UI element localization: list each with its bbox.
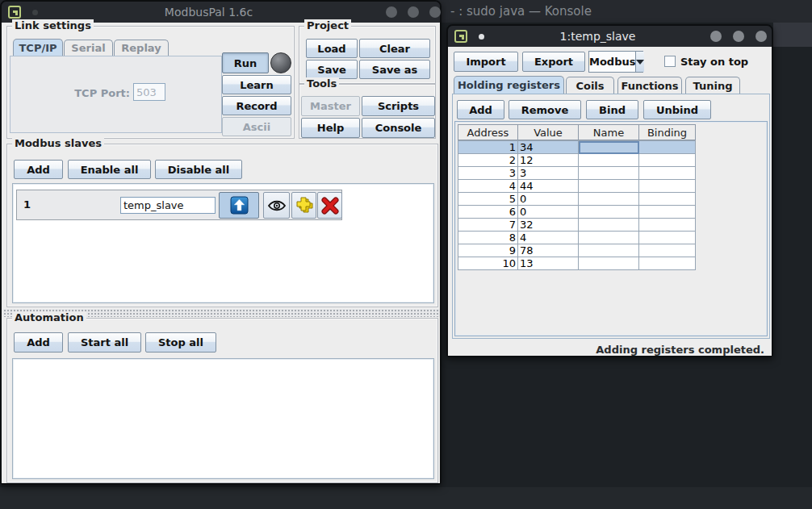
unbind-button[interactable]: Unbind — [643, 100, 711, 119]
register-remove-button[interactable]: Remove — [509, 100, 581, 119]
cell-addr[interactable]: 3 — [458, 167, 518, 180]
scripts-button[interactable]: Scripts — [362, 96, 435, 116]
slave-titlebar[interactable]: 1:temp_slave — [448, 26, 772, 47]
table-row[interactable]: 33 — [458, 167, 696, 180]
cell-name[interactable] — [579, 180, 639, 193]
close-button[interactable] — [755, 31, 767, 42]
slave-name-input[interactable] — [120, 197, 216, 214]
table-row[interactable]: 212 — [458, 154, 696, 167]
header-address[interactable]: Address — [458, 124, 518, 140]
cell-name[interactable] — [579, 257, 639, 270]
cell-bind[interactable] — [639, 154, 696, 167]
cell-val[interactable]: 44 — [518, 180, 579, 193]
cell-addr[interactable]: 2 — [458, 154, 518, 167]
close-button[interactable] — [429, 6, 441, 18]
master-button[interactable]: Master — [301, 96, 360, 116]
tab-tuning[interactable]: Tuning — [685, 77, 740, 94]
stay-on-top-checkbox[interactable] — [664, 56, 676, 67]
cell-addr[interactable]: 1 — [458, 141, 518, 154]
ascii-button[interactable]: Ascii — [222, 117, 291, 136]
save-as-button[interactable]: Save as — [359, 60, 430, 79]
cell-bind[interactable] — [639, 257, 696, 270]
cell-val[interactable]: 78 — [518, 244, 579, 257]
cell-name[interactable] — [579, 167, 639, 180]
enable-all-button[interactable]: Enable all — [68, 160, 151, 179]
table-row[interactable]: 134 — [458, 141, 696, 154]
load-button[interactable]: Load — [306, 39, 358, 58]
cell-val[interactable]: 3 — [518, 167, 579, 180]
tab-replay[interactable]: Replay — [114, 40, 169, 56]
table-row[interactable]: 50 — [458, 193, 696, 206]
cell-bind[interactable] — [639, 167, 696, 180]
cell-addr[interactable]: 10 — [458, 257, 518, 270]
tab-holding-registers[interactable]: Holding registers — [454, 76, 564, 94]
cell-bind[interactable] — [639, 206, 696, 219]
cell-name[interactable] — [579, 244, 639, 257]
record-button[interactable]: Record — [222, 96, 291, 115]
slave-row[interactable]: 1 — [16, 190, 342, 220]
stop-all-button[interactable]: Stop all — [145, 332, 216, 353]
cell-addr[interactable]: 5 — [458, 193, 518, 206]
table-row[interactable]: 60 — [458, 206, 696, 219]
tab-serial[interactable]: Serial — [64, 40, 113, 56]
cell-bind[interactable] — [639, 141, 696, 154]
cell-val[interactable]: 12 — [518, 154, 579, 167]
automation-add-button[interactable]: Add — [14, 332, 63, 353]
table-row[interactable]: 732 — [458, 219, 696, 232]
table-row[interactable]: 1013 — [458, 257, 696, 270]
tcp-port-input[interactable] — [133, 83, 165, 101]
slave-add-button[interactable]: Add — [14, 160, 63, 179]
cell-addr[interactable]: 7 — [458, 219, 518, 232]
cell-addr[interactable]: 9 — [458, 244, 518, 257]
cell-val[interactable]: 0 — [518, 206, 579, 219]
combobox-arrow-button[interactable] — [635, 52, 644, 72]
minimize-button[interactable] — [386, 6, 397, 18]
table-row[interactable]: 84 — [458, 232, 696, 244]
learn-button[interactable]: Learn — [222, 75, 291, 94]
cell-name[interactable] — [579, 154, 639, 167]
mode-combobox[interactable]: Modbus — [588, 51, 643, 73]
cell-bind[interactable] — [639, 219, 696, 232]
table-row[interactable]: 444 — [458, 180, 696, 193]
console-button[interactable]: Console — [362, 118, 435, 138]
import-button[interactable]: Import — [454, 52, 518, 72]
tab-tcpip[interactable]: TCP/IP — [13, 39, 63, 56]
maximize-button[interactable] — [733, 31, 744, 42]
cell-bind[interactable] — [639, 193, 696, 206]
slave-enabled-toggle[interactable] — [219, 192, 259, 219]
slave-duplicate-button[interactable] — [291, 192, 316, 219]
cell-addr[interactable]: 4 — [458, 180, 518, 193]
cell-bind[interactable] — [639, 232, 696, 244]
save-button[interactable]: Save — [306, 60, 358, 79]
help-button[interactable]: Help — [301, 118, 360, 138]
cell-bind[interactable] — [639, 244, 696, 257]
header-name[interactable]: Name — [578, 124, 639, 140]
slave-delete-button[interactable] — [317, 192, 342, 219]
clear-button[interactable]: Clear — [359, 39, 430, 58]
cell-val[interactable]: 32 — [518, 219, 579, 232]
bind-button[interactable]: Bind — [586, 100, 638, 119]
disable-all-button[interactable]: Disable all — [155, 160, 242, 179]
minimize-button[interactable] — [710, 31, 722, 42]
header-value[interactable]: Value — [517, 124, 579, 140]
cell-bind[interactable] — [639, 180, 696, 193]
tab-coils[interactable]: Coils — [566, 77, 614, 94]
maximize-button[interactable] — [408, 6, 419, 18]
tab-functions[interactable]: Functions — [617, 77, 682, 94]
cell-name[interactable] — [579, 219, 639, 232]
cell-val[interactable]: 4 — [518, 232, 579, 244]
cell-name[interactable] — [579, 141, 639, 154]
cell-name[interactable] — [579, 193, 639, 206]
cell-val[interactable]: 13 — [518, 257, 579, 270]
cell-addr[interactable]: 8 — [458, 232, 518, 244]
export-button[interactable]: Export — [522, 52, 585, 72]
slave-view-button[interactable] — [263, 192, 290, 219]
cell-addr[interactable]: 6 — [458, 206, 518, 219]
register-add-button[interactable]: Add — [457, 100, 504, 119]
cell-val[interactable]: 34 — [518, 141, 579, 154]
cell-name[interactable] — [579, 232, 639, 244]
start-all-button[interactable]: Start all — [68, 332, 141, 353]
table-row[interactable]: 978 — [458, 244, 696, 257]
cell-val[interactable]: 0 — [518, 193, 579, 206]
header-binding[interactable]: Binding — [638, 124, 696, 140]
